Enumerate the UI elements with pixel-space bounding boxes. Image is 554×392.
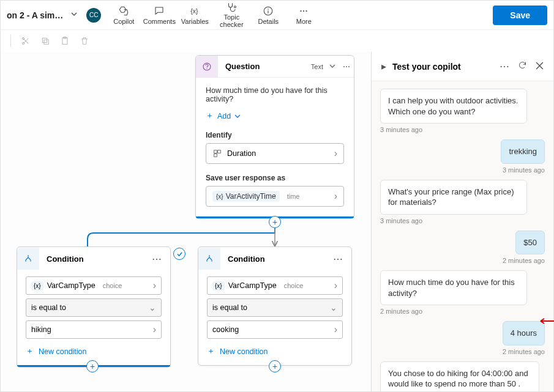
identify-select[interactable]: Duration [206,143,344,164]
svg-point-3 [268,9,269,10]
variable-icon: {x} [212,281,225,290]
variables-icon: {x} [189,6,200,17]
breadcrumb-dropdown[interactable] [68,8,80,22]
question-type: Text [311,63,326,70]
svg-rect-20 [218,150,221,153]
timestamp: 3 minutes ago [380,217,422,224]
condition-more-menu[interactable]: ⋯ [148,251,165,267]
chevron-right-icon [334,280,337,291]
avatar[interactable]: CC [86,8,101,23]
close-icon[interactable] [533,59,546,75]
test-panel: ▸ Test your copilot ⋯ I can help you wit… [371,52,553,391]
add-node-button[interactable]: + [86,360,99,372]
chat-transcript[interactable]: I can help you with outdoor activities. … [372,81,553,391]
question-title: Question [218,62,311,71]
condition-operator-select[interactable]: is equal to [207,298,343,317]
condition-operator-select[interactable]: is equal to [26,298,162,317]
branch-icon [17,248,39,270]
bot-message: How much time do you have for this activ… [380,270,545,315]
variable-select[interactable]: {x} VarActivityTime time [206,186,344,207]
svg-rect-21 [214,154,217,157]
variables-button[interactable]: {x} Variables [178,2,211,29]
variable-icon: {x} [31,281,43,290]
details-button[interactable]: Details [252,2,285,29]
variable-tag: {x} VarActivityTime [212,191,280,202]
chevron-right-icon [334,148,337,159]
plus-icon: ＋ [206,111,214,121]
condition-node-2[interactable]: Condition ⋯ {x} VarCampType choice is eq… [198,246,352,366]
copilot-button[interactable]: Copilot [107,2,140,29]
condition-variable-select[interactable]: {x} VarCampType choice [207,276,343,295]
user-message: trekking 3 minutes ago [380,139,545,174]
chevron-right-icon [153,324,156,335]
condition-more-menu[interactable]: ⋯ [329,251,346,267]
condition-title: Condition [39,254,148,264]
validated-icon [173,248,185,260]
svg-point-1 [234,6,236,8]
comment-icon [154,6,165,17]
chevron-down-icon [330,303,337,312]
chevron-down-icon [149,303,156,312]
timestamp: 3 minutes ago [380,126,422,133]
variable-icon: {x} [216,193,223,200]
svg-rect-10 [44,40,48,44]
timestamp: 2 minutes ago [503,257,545,264]
svg-point-4 [301,10,302,11]
question-prompt[interactable]: How much time do you have for this activ… [206,86,344,103]
svg-text:{x}: {x} [191,7,199,14]
add-node-button[interactable]: + [269,360,281,372]
panel-title: Test your copilot [392,62,493,72]
save-button[interactable]: Save [493,6,547,25]
panel-more-icon[interactable]: ⋯ [497,58,512,75]
cut-icon[interactable] [21,36,31,46]
timestamp: 3 minutes ago [503,166,545,174]
plus-icon: ＋ [26,346,34,357]
new-condition-button[interactable]: ＋ New condition [207,346,268,357]
delete-icon[interactable] [80,36,89,46]
branch-icon [198,248,220,270]
copilot-icon [118,6,129,17]
comments-button[interactable]: Comments [143,2,176,29]
stethoscope-icon [226,2,237,13]
chevron-right-icon [153,280,156,291]
divider [10,35,11,47]
question-node[interactable]: Question Text ⋯ How much time do you hav… [195,55,354,219]
chevron-right-icon [334,191,337,202]
condition-value-input[interactable]: hiking [26,320,162,339]
info-icon [263,6,274,17]
paste-icon[interactable] [60,36,70,46]
condition-value-input[interactable]: cooking [207,320,343,339]
condition-variable-select[interactable]: {x} VarCampType choice [26,276,162,295]
collapse-icon[interactable]: ▸ [379,58,389,75]
bot-message: I can help you with outdoor activities. … [380,89,545,133]
add-button[interactable]: ＋ Add [206,111,241,121]
user-message: 4 hours 2 minutes ago [380,321,545,355]
breadcrumb: on 2 - A sim… [7,10,63,20]
topic-checker-button[interactable]: Topic checker [214,2,249,29]
more-icon [298,6,309,17]
new-condition-button[interactable]: ＋ New condition [26,346,87,357]
chevron-down-icon [234,113,241,119]
refresh-icon[interactable] [515,58,530,75]
top-toolbar: on 2 - A sim… CC Copilot Comments {x} Va… [1,1,553,30]
svg-point-5 [303,10,304,11]
chevron-right-icon [334,324,337,335]
add-node-button[interactable]: + [269,216,281,228]
timestamp: 2 minutes ago [380,308,422,315]
question-more-menu[interactable]: ⋯ [339,60,354,73]
plus-icon: ＋ [207,346,215,357]
svg-rect-9 [42,38,47,42]
bot-message: You chose to do hiking for 04:00:00 and … [380,361,545,391]
copy-icon[interactable] [40,36,50,46]
question-type-dropdown[interactable] [326,60,339,73]
svg-rect-19 [214,150,217,153]
timestamp: 2 minutes ago [503,348,545,355]
bot-message: What's your price range (Max price) for … [380,180,545,224]
svg-point-6 [306,10,307,11]
user-message: $50 2 minutes ago [380,231,545,265]
more-button[interactable]: More [287,2,320,29]
edit-toolbar [1,30,553,52]
entity-icon [212,149,222,158]
condition-node-1[interactable]: Condition ⋯ {x} VarCampType choice is eq… [17,246,171,368]
identify-label: Identify [206,131,344,139]
